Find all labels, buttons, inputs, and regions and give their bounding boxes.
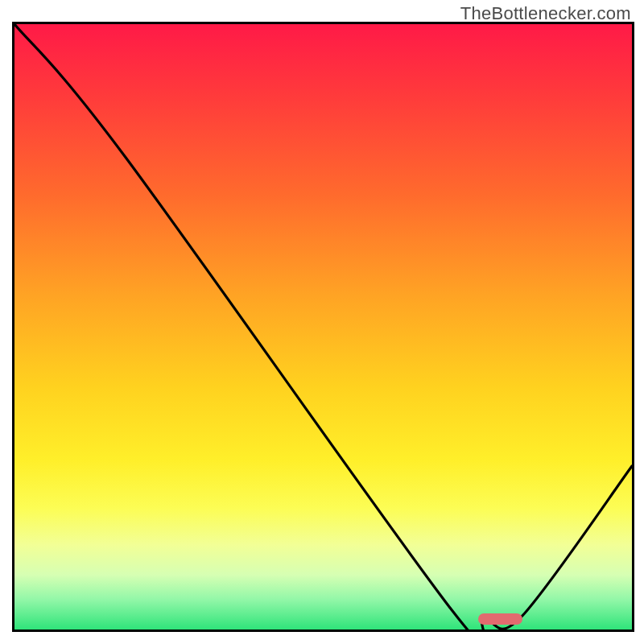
plot-area: [12, 24, 632, 632]
optimum-marker: [478, 613, 522, 625]
chart-stage: TheBottlenecker.com: [0, 0, 644, 644]
bottleneck-curve: [14, 24, 632, 630]
